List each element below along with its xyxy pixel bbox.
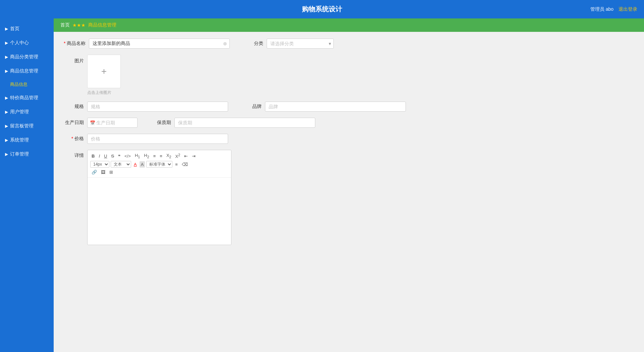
group-product-name: 商品名称 ⊗ xyxy=(64,39,230,49)
toolbar-format[interactable]: 文本 标题1 标题2 xyxy=(111,161,131,168)
toolbar-clear-format[interactable]: ⌫ xyxy=(180,161,189,168)
sidebar-item-special-mgmt[interactable]: ▶ 特价商品管理 xyxy=(0,91,54,105)
product-name-wrapper: ⊗ xyxy=(89,39,230,49)
toolbar-quote[interactable]: ❝ xyxy=(117,153,122,159)
layout: ▶ 首页 ▶ 个人中心 ▶ 商品分类管理 ▶ 商品信息管理 商品信息 ▶ 特价商… xyxy=(0,18,644,352)
toolbar-indent-left[interactable]: ⇤ xyxy=(183,153,189,159)
image-upload-box[interactable]: + xyxy=(87,55,121,88)
toolbar-strike[interactable]: S xyxy=(110,153,115,159)
price-input[interactable] xyxy=(87,134,228,144)
sidebar-item-profile[interactable]: ▶ 个人中心 xyxy=(0,36,54,50)
group-expiry: 保质期 xyxy=(151,118,315,128)
detail-label: 详情 xyxy=(64,150,84,159)
image-upload-section: + 点击上传图片 xyxy=(87,55,121,96)
clear-icon[interactable]: ⊗ xyxy=(223,41,227,46)
toolbar-font-size[interactable]: 14px 12px 16px 18px xyxy=(90,161,109,168)
toolbar-row-3: 🔗 🖼 ⊞ xyxy=(90,169,228,175)
brand-input[interactable] xyxy=(265,102,406,112)
arrow-icon: ▶ xyxy=(5,124,8,128)
sidebar-label: 个人中心 xyxy=(10,40,29,46)
product-name-label: 商品名称 xyxy=(64,41,86,47)
toolbar-italic[interactable]: I xyxy=(97,153,101,159)
toolbar-color-a[interactable]: A xyxy=(132,161,138,168)
calendar-icon: 📅 xyxy=(90,120,95,125)
toolbar-ordered-list[interactable]: ≡ xyxy=(152,153,157,159)
row-image: 图片 + 点击上传图片 xyxy=(64,55,634,96)
category-label: 分类 xyxy=(243,41,263,47)
arrow-icon: ▶ xyxy=(5,69,8,73)
sidebar-item-home[interactable]: ▶ 首页 xyxy=(0,22,54,36)
sidebar: ▶ 首页 ▶ 个人中心 ▶ 商品分类管理 ▶ 商品信息管理 商品信息 ▶ 特价商… xyxy=(0,18,54,352)
user-area: 管理员 abo 退出登录 xyxy=(590,6,637,12)
sidebar-label: 特价商品管理 xyxy=(10,95,38,101)
sidebar-item-product-info[interactable]: 商品信息 xyxy=(0,78,54,91)
sidebar-label: 商品信息管理 xyxy=(10,68,38,74)
arrow-icon: ▶ xyxy=(5,55,8,59)
production-date-wrapper: 📅 xyxy=(87,118,138,128)
admin-label: 管理员 abo xyxy=(590,6,613,12)
sidebar-item-user-mgmt[interactable]: ▶ 用户管理 xyxy=(0,105,54,119)
arrow-icon: ▶ xyxy=(5,41,8,45)
toolbar-row-1: B I U S ❝ </> H1 H2 ≡ ≡ X2 xyxy=(90,152,228,160)
toolbar-code[interactable]: </> xyxy=(123,153,132,159)
production-date-label: 生产日期 xyxy=(64,120,84,126)
toolbar-bold[interactable]: B xyxy=(90,153,96,159)
toolbar-sub[interactable]: X2 xyxy=(165,152,173,160)
row-spec-brand: 规格 品牌 xyxy=(64,102,634,112)
toolbar-row-2: 14px 12px 16px 18px 文本 标题1 标题2 xyxy=(90,161,228,168)
row-detail: 详情 B I U S ❝ </> H1 xyxy=(64,150,634,245)
toolbar-unordered-list[interactable]: ≡ xyxy=(158,153,164,159)
group-image: 图片 + 点击上传图片 xyxy=(64,55,121,96)
sidebar-label: 首页 xyxy=(10,26,19,32)
sidebar-item-category-mgmt[interactable]: ▶ 商品分类管理 xyxy=(0,50,54,64)
editor-body[interactable] xyxy=(88,178,231,245)
group-price: 价格 xyxy=(64,134,228,144)
toolbar-h1[interactable]: H1 xyxy=(133,152,141,160)
row-product-name-category: 商品名称 ⊗ 分类 请选择分类 xyxy=(64,39,634,49)
sidebar-label: 订单管理 xyxy=(10,151,29,157)
toolbar-table[interactable]: ⊞ xyxy=(108,169,114,175)
top-header: 购物系统设计 管理员 abo 退出登录 xyxy=(0,0,644,18)
editor-toolbar: B I U S ❝ </> H1 H2 ≡ ≡ X2 xyxy=(88,150,231,178)
main-content: 首页 ★★★ 商品信息管理 商品名称 ⊗ 分类 请 xyxy=(54,18,644,352)
group-production-date: 生产日期 📅 xyxy=(64,118,138,128)
expiry-label: 保质期 xyxy=(151,120,171,126)
toolbar-indent-right[interactable]: ⇥ xyxy=(191,153,197,159)
category-select-wrapper: 请选择分类 xyxy=(267,39,334,49)
sidebar-item-message-mgmt[interactable]: ▶ 留言板管理 xyxy=(0,119,54,133)
arrow-icon: ▶ xyxy=(5,26,8,31)
sidebar-label: 系统管理 xyxy=(10,137,29,143)
toolbar-align[interactable]: ≡ xyxy=(174,161,179,168)
breadcrumb-stars: ★★★ xyxy=(72,22,86,28)
toolbar-font-family[interactable]: 标准字体 宋体 黑体 xyxy=(146,161,172,168)
toolbar-link[interactable]: 🔗 xyxy=(90,169,98,175)
toolbar-image[interactable]: 🖼 xyxy=(100,169,107,175)
sidebar-item-system-mgmt[interactable]: ▶ 系统管理 xyxy=(0,133,54,147)
brand-label: 品牌 xyxy=(241,104,262,110)
breadcrumb-bar: 首页 ★★★ 商品信息管理 xyxy=(54,18,644,32)
spec-input[interactable] xyxy=(87,102,228,112)
app-title: 购物系统设计 xyxy=(302,5,342,14)
group-spec: 规格 xyxy=(64,102,228,112)
sidebar-label: 商品信息 xyxy=(10,81,28,87)
spec-label: 规格 xyxy=(64,104,84,110)
product-name-input[interactable] xyxy=(89,39,230,49)
category-select[interactable]: 请选择分类 xyxy=(267,39,334,49)
sidebar-item-product-info-mgmt[interactable]: ▶ 商品信息管理 xyxy=(0,64,54,78)
toolbar-underline[interactable]: U xyxy=(103,153,108,159)
logout-button[interactable]: 退出登录 xyxy=(619,6,637,12)
breadcrumb-home[interactable]: 首页 xyxy=(60,22,70,28)
expiry-input[interactable] xyxy=(174,118,315,128)
image-label: 图片 xyxy=(64,55,84,64)
rich-text-editor: B I U S ❝ </> H1 H2 ≡ ≡ X2 xyxy=(87,150,231,245)
sidebar-label: 商品分类管理 xyxy=(10,54,38,60)
arrow-icon: ▶ xyxy=(5,138,8,142)
toolbar-color-bg[interactable]: A xyxy=(140,161,145,168)
sidebar-label: 用户管理 xyxy=(10,109,29,115)
toolbar-sup[interactable]: X2 xyxy=(174,152,182,160)
toolbar-h2[interactable]: H2 xyxy=(143,152,150,160)
plus-icon: + xyxy=(101,66,107,77)
sidebar-item-order-mgmt[interactable]: ▶ 订单管理 xyxy=(0,147,54,161)
row-dates: 生产日期 📅 保质期 xyxy=(64,118,634,128)
breadcrumb-current[interactable]: 商品信息管理 xyxy=(88,22,116,28)
